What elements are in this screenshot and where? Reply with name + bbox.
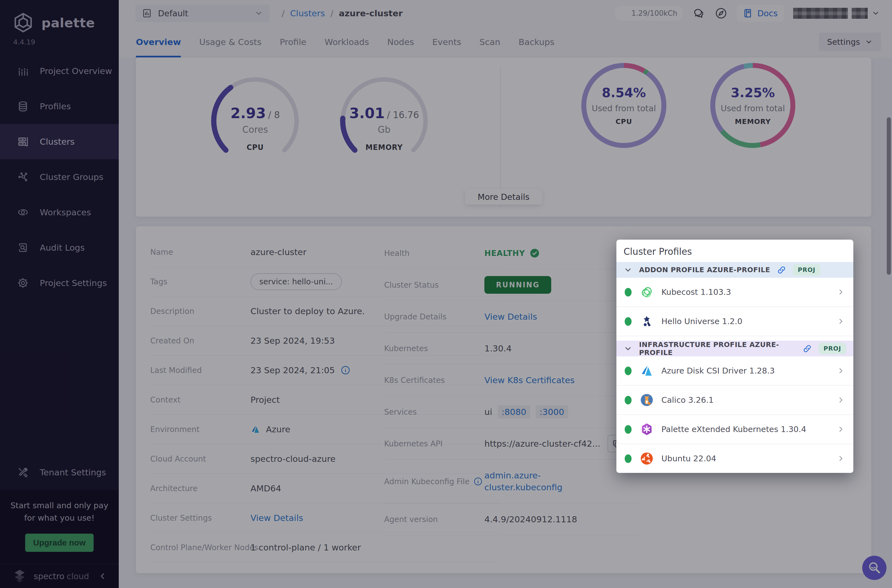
pxk-icon [640,422,654,436]
link-icon [777,265,786,274]
profile-item-ubuntu[interactable]: Ubuntu 22.04 [616,444,853,473]
profile-item-hello-universe[interactable]: Hello Universe 1.2.0 [616,307,853,336]
status-dot [625,396,632,404]
ubuntu-icon [640,452,654,465]
cluster-profiles-sections: ADDON PROFILE AZURE-PROFILEPROJKubecost … [616,262,853,473]
status-dot [625,317,632,326]
status-dot [625,288,632,297]
profile-item-name: Ubuntu 22.04 [661,454,716,463]
profile-section-header-addon[interactable]: ADDON PROFILE AZURE-PROFILEPROJ [616,262,853,278]
calico-icon [640,393,654,407]
profile-item-pxk[interactable]: Palette eXtended Kubernetes 1.30.4 [616,415,853,444]
kubecost-icon [640,285,654,299]
cluster-profiles-panel: Cluster Profiles ADDON PROFILE AZURE-PRO… [616,240,853,473]
azure-icon [640,364,654,378]
profile-section-title: INFRASTRUCTURE PROFILE AZURE-PROFILE [639,340,796,357]
chevron-down-icon [623,266,632,274]
profile-item-name: Azure Disk CSI Driver 1.28.3 [661,366,775,375]
status-dot [625,367,632,375]
link-icon [802,344,812,353]
chevron-right-icon [837,425,845,434]
status-dot [625,425,632,434]
chevron-right-icon [837,454,845,463]
hello-universe-icon [640,314,654,328]
profile-item-name: Kubecost 1.103.3 [661,287,731,297]
chevron-down-icon [623,344,632,353]
profile-item-azure[interactable]: Azure Disk CSI Driver 1.28.3 [616,356,853,386]
profile-item-name: Calico 3.26.1 [661,395,713,405]
profile-section-header-infrastructure[interactable]: INFRASTRUCTURE PROFILE AZURE-PROFILEPROJ [616,340,853,356]
cluster-profiles-title: Cluster Profiles [616,240,853,262]
proj-badge: PROJ [793,264,820,276]
chevron-right-icon [837,317,845,326]
profile-item-name: Hello Universe 1.2.0 [661,316,742,326]
palette-app: palette 4.4.19 Project OverviewProfilesC… [0,0,892,588]
chevron-right-icon [837,288,845,296]
profile-item-name: Palette eXtended Kubernetes 1.30.4 [661,424,806,434]
proj-badge: PROJ [818,343,846,354]
section-gap [616,336,853,340]
profile-item-kubecost[interactable]: Kubecost 1.103.3 [616,278,853,307]
profile-item-calico[interactable]: Calico 3.26.1 [616,386,853,415]
status-dot [625,454,632,463]
chevron-right-icon [837,396,845,404]
profile-section-title: ADDON PROFILE AZURE-PROFILE [639,266,770,274]
chevron-right-icon [837,367,845,375]
